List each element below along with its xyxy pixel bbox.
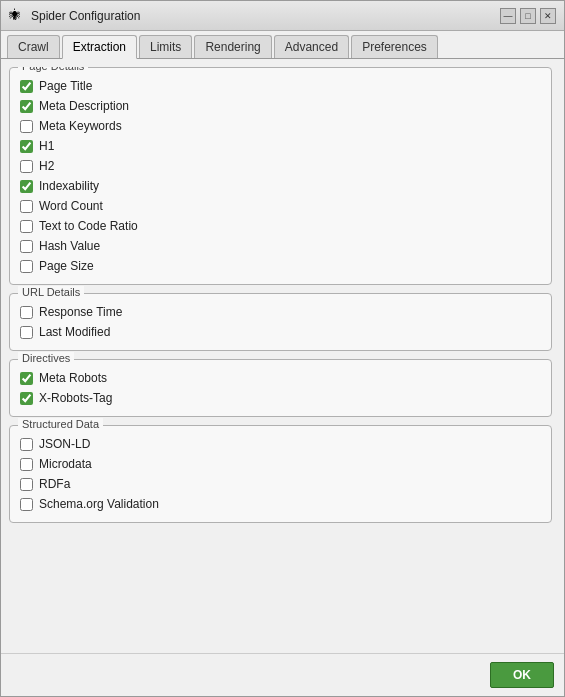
list-item: JSON-LD (20, 434, 541, 454)
window-controls: — □ ✕ (500, 8, 556, 24)
label-schema-validation: Schema.org Validation (39, 497, 159, 511)
group-page-details-label: Page Details (18, 67, 88, 72)
label-meta-description: Meta Description (39, 99, 129, 113)
list-item: H1 (20, 136, 541, 156)
maximize-button[interactable]: □ (520, 8, 536, 24)
group-structured-data: Structured Data JSON-LD Microdata RDFa S… (9, 425, 552, 523)
label-text-to-code: Text to Code Ratio (39, 219, 138, 233)
list-item: Schema.org Validation (20, 494, 541, 514)
checkbox-rdfa[interactable] (20, 478, 33, 491)
label-word-count: Word Count (39, 199, 103, 213)
tab-extraction[interactable]: Extraction (62, 35, 137, 59)
label-meta-robots: Meta Robots (39, 371, 107, 385)
checkbox-meta-description[interactable] (20, 100, 33, 113)
label-page-title: Page Title (39, 79, 92, 93)
list-item: Text to Code Ratio (20, 216, 541, 236)
checkbox-last-modified[interactable] (20, 326, 33, 339)
checkbox-page-size[interactable] (20, 260, 33, 273)
minimize-button[interactable]: — (500, 8, 516, 24)
list-item: Hash Value (20, 236, 541, 256)
label-json-ld: JSON-LD (39, 437, 90, 451)
checkbox-meta-keywords[interactable] (20, 120, 33, 133)
checkbox-schema-validation[interactable] (20, 498, 33, 511)
list-item: Meta Description (20, 96, 541, 116)
bottom-bar: OK (1, 653, 564, 696)
close-button[interactable]: ✕ (540, 8, 556, 24)
tab-advanced[interactable]: Advanced (274, 35, 349, 58)
label-microdata: Microdata (39, 457, 92, 471)
list-item: Microdata (20, 454, 541, 474)
label-h1: H1 (39, 139, 54, 153)
checkbox-text-to-code[interactable] (20, 220, 33, 233)
group-page-details: Page Details Page Title Meta Description… (9, 67, 552, 285)
tab-crawl[interactable]: Crawl (7, 35, 60, 58)
title-bar: 🕷 Spider Configuration — □ ✕ (1, 1, 564, 31)
tab-limits[interactable]: Limits (139, 35, 192, 58)
list-item: Page Size (20, 256, 541, 276)
tab-rendering[interactable]: Rendering (194, 35, 271, 58)
checkbox-meta-robots[interactable] (20, 372, 33, 385)
label-response-time: Response Time (39, 305, 122, 319)
ok-button[interactable]: OK (490, 662, 554, 688)
checkbox-h2[interactable] (20, 160, 33, 173)
label-hash-value: Hash Value (39, 239, 100, 253)
label-x-robots-tag: X-Robots-Tag (39, 391, 112, 405)
checkbox-x-robots-tag[interactable] (20, 392, 33, 405)
window-title: Spider Configuration (31, 9, 140, 23)
group-url-details: URL Details Response Time Last Modified (9, 293, 552, 351)
tab-preferences[interactable]: Preferences (351, 35, 438, 58)
list-item: Response Time (20, 302, 541, 322)
list-item: RDFa (20, 474, 541, 494)
main-window: 🕷 Spider Configuration — □ ✕ Crawl Extra… (0, 0, 565, 697)
list-item: Indexability (20, 176, 541, 196)
list-item: Page Title (20, 76, 541, 96)
checkbox-response-time[interactable] (20, 306, 33, 319)
checkbox-indexability[interactable] (20, 180, 33, 193)
list-item: X-Robots-Tag (20, 388, 541, 408)
list-item: Last Modified (20, 322, 541, 342)
label-indexability: Indexability (39, 179, 99, 193)
list-item: H2 (20, 156, 541, 176)
title-bar-left: 🕷 Spider Configuration (9, 8, 140, 24)
scroll-container[interactable]: Page Details Page Title Meta Description… (9, 67, 556, 645)
list-item: Word Count (20, 196, 541, 216)
label-h2: H2 (39, 159, 54, 173)
checkbox-json-ld[interactable] (20, 438, 33, 451)
checkbox-page-title[interactable] (20, 80, 33, 93)
label-meta-keywords: Meta Keywords (39, 119, 122, 133)
label-last-modified: Last Modified (39, 325, 110, 339)
list-item: Meta Keywords (20, 116, 541, 136)
group-structured-data-label: Structured Data (18, 418, 103, 430)
group-directives-label: Directives (18, 352, 74, 364)
list-item: Meta Robots (20, 368, 541, 388)
label-page-size: Page Size (39, 259, 94, 273)
group-directives: Directives Meta Robots X-Robots-Tag (9, 359, 552, 417)
app-icon: 🕷 (9, 8, 25, 24)
checkbox-h1[interactable] (20, 140, 33, 153)
tab-bar: Crawl Extraction Limits Rendering Advanc… (1, 31, 564, 59)
checkbox-hash-value[interactable] (20, 240, 33, 253)
checkbox-microdata[interactable] (20, 458, 33, 471)
group-url-details-label: URL Details (18, 286, 84, 298)
label-rdfa: RDFa (39, 477, 70, 491)
checkbox-word-count[interactable] (20, 200, 33, 213)
content-area: Page Details Page Title Meta Description… (1, 59, 564, 653)
